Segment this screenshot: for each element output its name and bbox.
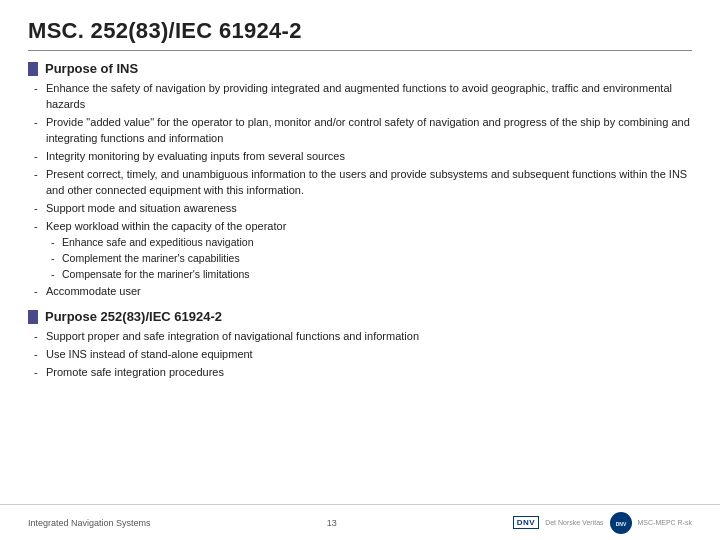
section1-marker bbox=[28, 62, 38, 76]
section1-list: Enhance the safety of navigation by prov… bbox=[28, 81, 692, 299]
slide-title: MSC. 252(83)/IEC 61924-2 bbox=[28, 18, 692, 44]
title-divider bbox=[28, 50, 692, 51]
list-item: Support mode and situation awareness bbox=[46, 201, 692, 217]
footer-right: DNV Det Norske Veritas DNV MSC-MEPC R-sk bbox=[513, 512, 692, 534]
list-item: Integrity monitoring by evaluating input… bbox=[46, 149, 692, 165]
sub-list: Enhance safe and expeditious navigation … bbox=[46, 235, 692, 281]
footer-right-label: MSC-MEPC R-sk bbox=[638, 519, 692, 526]
footer-left-text: Integrated Navigation Systems bbox=[28, 518, 151, 528]
slide: MSC. 252(83)/IEC 61924-2 Purpose of INS … bbox=[0, 0, 720, 540]
list-item: Provide "added value" for the operator t… bbox=[46, 115, 692, 147]
list-item: Use INS instead of stand-alone equipment bbox=[46, 347, 692, 363]
section-purpose: Purpose 252(83)/IEC 61924-2 Support prop… bbox=[28, 309, 692, 381]
dnv-logo: DNV bbox=[513, 516, 539, 529]
list-item: Support proper and safe integration of n… bbox=[46, 329, 692, 345]
list-item: Keep workload within the capacity of the… bbox=[46, 219, 692, 282]
sub-list-item: Complement the mariner's capabilities bbox=[62, 251, 692, 266]
footer-page-number: 13 bbox=[327, 518, 337, 528]
section-ins: Purpose of INS Enhance the safety of nav… bbox=[28, 61, 692, 299]
section2-title: Purpose 252(83)/IEC 61924-2 bbox=[45, 309, 222, 324]
svg-text:DNV: DNV bbox=[615, 521, 626, 527]
section1-header: Purpose of INS bbox=[28, 61, 692, 76]
list-item: Present correct, timely, and unambiguous… bbox=[46, 167, 692, 199]
section2-marker bbox=[28, 310, 38, 324]
list-item: Accommodate user bbox=[46, 284, 692, 300]
sub-list-item: Enhance safe and expeditious navigation bbox=[62, 235, 692, 250]
veritas-text: Det Norske Veritas bbox=[545, 519, 603, 526]
section2-list: Support proper and safe integration of n… bbox=[28, 329, 692, 381]
section2-header: Purpose 252(83)/IEC 61924-2 bbox=[28, 309, 692, 324]
list-item: Enhance the safety of navigation by prov… bbox=[46, 81, 692, 113]
list-item: Promote safe integration procedures bbox=[46, 365, 692, 381]
dnv-circle-logo: DNV bbox=[610, 512, 632, 534]
sub-list-item: Compensate for the mariner's limitations bbox=[62, 267, 692, 282]
footer: Integrated Navigation Systems 13 DNV Det… bbox=[0, 504, 720, 540]
section1-title: Purpose of INS bbox=[45, 61, 138, 76]
